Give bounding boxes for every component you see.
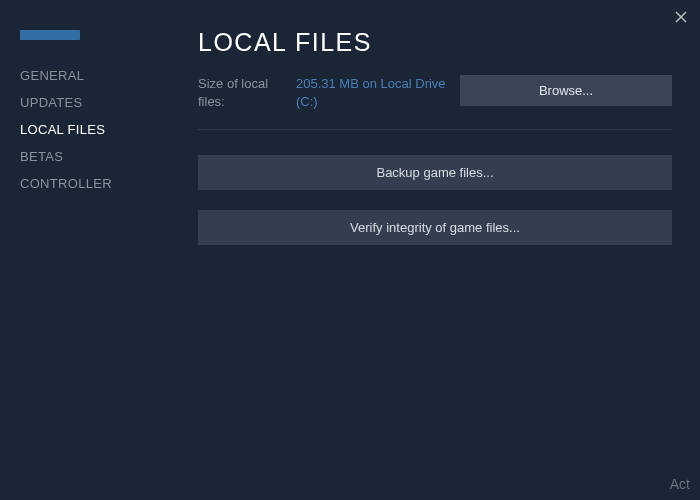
nav-betas[interactable]: BETAS — [20, 143, 180, 170]
size-row: Size of local files: 205.31 MB on Local … — [198, 75, 672, 111]
backup-button[interactable]: Backup game files... — [198, 155, 672, 190]
size-label: Size of local files: — [198, 75, 296, 111]
nav-updates[interactable]: UPDATES — [20, 89, 180, 116]
nav-general[interactable]: GENERAL — [20, 62, 180, 89]
watermark-text: Act — [670, 476, 690, 492]
divider — [198, 129, 672, 130]
nav-controller[interactable]: CONTROLLER — [20, 170, 180, 197]
verify-integrity-button[interactable]: Verify integrity of game files... — [198, 210, 672, 245]
sidebar: GENERAL UPDATES LOCAL FILES BETAS CONTRO… — [0, 0, 180, 500]
close-icon[interactable] — [672, 8, 690, 26]
page-title: LOCAL FILES — [198, 28, 672, 57]
properties-window: GENERAL UPDATES LOCAL FILES BETAS CONTRO… — [0, 0, 700, 500]
game-title-placeholder — [20, 30, 80, 40]
size-value-link[interactable]: 205.31 MB on Local Drive (C:) — [296, 75, 460, 111]
nav-local-files[interactable]: LOCAL FILES — [20, 116, 180, 143]
content-panel: LOCAL FILES Size of local files: 205.31 … — [180, 0, 700, 500]
browse-button[interactable]: Browse... — [460, 75, 672, 106]
